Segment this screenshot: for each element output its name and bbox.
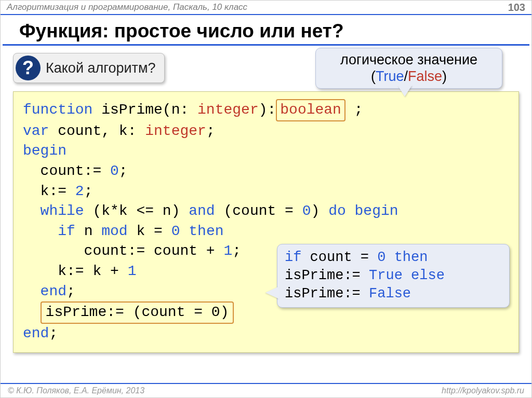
return-type-box: boolean [276, 99, 345, 121]
question-text: Какой алгоритм? [46, 60, 156, 76]
callout-alternative: if count = 0 then isPrime:= True else is… [277, 244, 510, 308]
content-area: ? Какой алгоритм? логическое значение (T… [1, 46, 531, 353]
page-title: Функция: простое число или нет? [3, 15, 529, 46]
callout-boolean: логическое значение (True/False) [315, 48, 502, 89]
code-block: function isPrime(n: integer):boolean ; v… [13, 91, 519, 353]
callout-line2: (True/False) [325, 68, 493, 85]
footer: © К.Ю. Поляков, Е.А. Ерёмин, 2013 http:/… [1, 383, 531, 397]
header-bar: Алгоритмизация и программирование, Паска… [1, 1, 531, 15]
result-assignment-box: isPrime:= (count = 0) [41, 301, 234, 324]
footer-url: http://kpolyakov.spb.ru [442, 386, 524, 395]
question-badge: ? Какой алгоритм? [13, 53, 165, 83]
callout-tail-icon [265, 286, 279, 299]
callout-tail-icon [397, 85, 412, 97]
slide: Алгоритмизация и программирование, Паска… [0, 0, 532, 398]
callout-line1: логическое значение [325, 51, 493, 68]
page-number: 103 [508, 2, 525, 13]
copyright: © К.Ю. Поляков, Е.А. Ерёмин, 2013 [8, 386, 144, 395]
breadcrumb: Алгоритмизация и программирование, Паска… [7, 2, 508, 12]
question-mark-icon: ? [16, 56, 41, 80]
